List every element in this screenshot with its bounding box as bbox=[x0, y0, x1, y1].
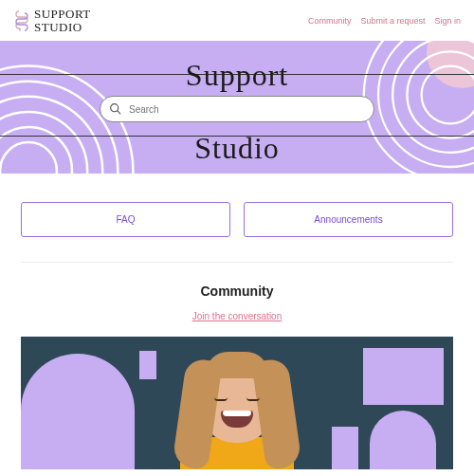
header: SUPPORT STUDIO Community Submit a reques… bbox=[0, 0, 474, 41]
nav-community[interactable]: Community bbox=[308, 16, 352, 26]
hero-title-2: Studio bbox=[194, 131, 280, 166]
community-section: Community Join the conversation bbox=[0, 263, 474, 337]
nav-submit-request[interactable]: Submit a request bbox=[360, 16, 425, 26]
svg-point-5 bbox=[0, 142, 57, 174]
svg-point-4 bbox=[0, 127, 72, 174]
shape-small bbox=[332, 427, 358, 469]
category-cards: FAQ Announcements bbox=[0, 174, 474, 256]
brand-line2: STUDIO bbox=[34, 21, 91, 34]
card-faq[interactable]: FAQ bbox=[21, 202, 230, 237]
svg-point-3 bbox=[0, 112, 87, 174]
search-icon bbox=[109, 102, 121, 115]
brand-line1: SUPPORT bbox=[34, 8, 91, 21]
eye-right bbox=[246, 397, 260, 401]
shape-arch-right bbox=[370, 411, 436, 469]
eye-left bbox=[214, 397, 228, 401]
svg-point-11 bbox=[111, 104, 118, 112]
face bbox=[200, 356, 274, 443]
community-banner bbox=[21, 337, 453, 469]
shape-arch-left bbox=[21, 354, 135, 469]
search-input[interactable] bbox=[100, 96, 374, 122]
logo[interactable]: SUPPORT STUDIO bbox=[13, 8, 91, 33]
logo-icon bbox=[13, 10, 30, 31]
shape-small-2 bbox=[139, 351, 156, 379]
top-nav: Community Submit a request Sign in bbox=[308, 16, 461, 26]
svg-point-9 bbox=[407, 52, 474, 138]
hair-top bbox=[206, 352, 268, 378]
eyes bbox=[200, 397, 274, 401]
search-wrap bbox=[100, 96, 374, 122]
teeth bbox=[223, 411, 251, 416]
brand-text: SUPPORT STUDIO bbox=[34, 8, 91, 33]
rings-right-icon bbox=[360, 41, 474, 174]
community-heading: Community bbox=[0, 284, 474, 299]
hero-title-1: Support bbox=[186, 58, 288, 93]
hero: Support Studio bbox=[0, 41, 474, 174]
svg-line-12 bbox=[118, 111, 120, 114]
card-announcements[interactable]: Announcements bbox=[244, 202, 453, 237]
shape-rect-tr bbox=[363, 348, 444, 405]
community-link[interactable]: Join the conversation bbox=[192, 311, 283, 321]
nav-signin[interactable]: Sign in bbox=[434, 16, 461, 26]
person-illustration bbox=[171, 348, 303, 469]
